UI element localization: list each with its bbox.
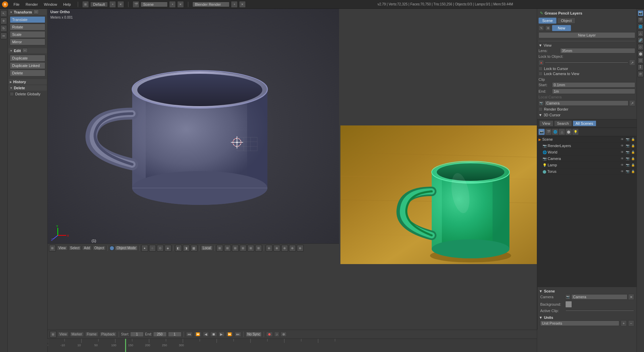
history-section-header[interactable]: ▶ History (8, 79, 47, 85)
grid-toggle-6[interactable]: ⊞ (255, 245, 262, 252)
viewport-3d[interactable]: User Ortho Meters x 0.001 (48, 9, 339, 252)
ri-texture[interactable]: ☷ (638, 57, 644, 64)
grid-toggle-4[interactable]: ⊞ (240, 245, 246, 252)
engine-close[interactable]: ✕ (239, 1, 246, 8)
tl-step-back[interactable]: ⏪ (194, 332, 201, 337)
layout-name[interactable]: Default (90, 2, 108, 7)
tl-view[interactable]: View (58, 332, 69, 337)
new-button[interactable]: New (552, 25, 571, 31)
tl-stop[interactable]: ⏹ (210, 332, 217, 337)
outliner-item-lamp[interactable]: 💡 Lamp 👁 📷 🔒 (541, 162, 637, 168)
tool-scale[interactable]: ⇔ (0, 32, 7, 39)
scene-icon-render[interactable]: 📷 (539, 129, 545, 135)
shading-mode-2[interactable]: ◨ (183, 245, 190, 252)
cursor-section-header[interactable]: ▼ 3D Cursor (539, 112, 635, 118)
scene-section-hdr[interactable]: ▼ Scene (539, 288, 636, 294)
unit-add[interactable]: + (621, 320, 627, 326)
rl-lock[interactable]: 🔒 (630, 143, 635, 148)
scene-item-eye[interactable]: 👁 (620, 137, 624, 142)
camera-value[interactable]: Camera (545, 100, 628, 106)
layout-add[interactable]: + (109, 1, 116, 8)
view-section-header[interactable]: ▼ View (539, 43, 635, 48)
btn-scale[interactable]: Scale (10, 31, 45, 38)
shading-toggle-1[interactable]: ⊙ (157, 245, 164, 252)
vp-object-menu[interactable]: Object (93, 245, 106, 251)
scene-add[interactable]: + (169, 1, 176, 8)
scene-name[interactable]: Scene (141, 2, 168, 7)
gp-pencil-icon[interactable]: ✎ (539, 25, 544, 31)
shading-solid[interactable]: ● (141, 245, 148, 252)
tl-marker[interactable]: Marker (70, 332, 84, 337)
ri-data[interactable]: ◇ (638, 44, 644, 50)
torus-eye[interactable]: 👁 (620, 169, 624, 174)
clip-start-value[interactable]: 0.1mm (552, 82, 635, 88)
timeline-area[interactable]: -50 -10 10 50 100 150 200 250 300 (48, 339, 537, 352)
outliner-item-torus[interactable]: ⬤ Torus 👁 📷 🔒 (541, 168, 637, 175)
delete-globally-checkbox[interactable] (10, 92, 14, 96)
scene-item-camera[interactable]: 📷 (625, 137, 630, 142)
layout-icon[interactable]: ⊞ (82, 1, 89, 8)
tl-extra[interactable]: ⊕ (281, 332, 287, 337)
space-selector[interactable]: Local (201, 245, 213, 251)
torus-cam[interactable]: 📷 (625, 169, 630, 174)
clip-section-header[interactable]: Clip (539, 77, 635, 82)
btn-delete[interactable]: Delete (10, 70, 45, 76)
btn-duplicate-linked[interactable]: Duplicate Linked (10, 62, 45, 69)
lock-camera-checkbox[interactable] (539, 72, 543, 76)
cam-cam[interactable]: 📷 (625, 156, 630, 161)
ri-object[interactable]: △ (638, 30, 644, 37)
world-lock[interactable]: 🔒 (630, 150, 635, 155)
engine-name[interactable]: Blender Render (192, 2, 230, 7)
tl-jump-end[interactable]: ⏭ (235, 332, 241, 337)
tl-jump-start[interactable]: ⏮ (186, 332, 193, 337)
grid-toggle-2[interactable]: ⊞ (224, 245, 231, 252)
shading-toggle-2[interactable]: ◈ (165, 245, 171, 252)
outliner-tab-search[interactable]: Search (554, 120, 572, 126)
ri-world[interactable]: 🌐 (638, 24, 644, 30)
gp-settings-icon[interactable]: ⚙ (545, 25, 551, 31)
ri-scene[interactable]: 🎬 (638, 17, 644, 23)
vp-add-menu[interactable]: Add (82, 245, 92, 251)
tl-playback[interactable]: Playback (100, 332, 117, 337)
tab-object[interactable]: Object (557, 18, 575, 24)
btn-mirror[interactable]: Mirror (10, 39, 45, 45)
menu-file[interactable]: File (11, 2, 22, 7)
world-cam[interactable]: 📷 (625, 150, 630, 155)
outliner-tab-view[interactable]: View (539, 120, 553, 126)
outliner-item-camera[interactable]: 📷 Camera 👁 📷 🔒 (541, 156, 637, 162)
world-eye[interactable]: 👁 (620, 150, 624, 155)
scene-item-lock[interactable]: 🔒 (630, 137, 635, 142)
lock-cursor-checkbox[interactable] (539, 67, 543, 71)
outliner-item-world[interactable]: 🌐 World 👁 📷 🔒 (541, 149, 637, 156)
cam-link[interactable]: ↗ (629, 100, 635, 106)
tl-start-value[interactable]: 1 (130, 332, 144, 337)
grid-toggle-1[interactable]: ⊞ (216, 245, 223, 252)
overlay-1[interactable]: ⊕ (266, 245, 272, 252)
edit-collapse[interactable]: − (22, 48, 28, 53)
btn-duplicate[interactable]: Duplicate (10, 55, 45, 62)
vp-view-menu[interactable]: View (57, 245, 68, 251)
mode-selector[interactable]: Object Mode (115, 245, 138, 251)
grid-toggle-3[interactable]: ⊞ (232, 245, 239, 252)
menu-window[interactable]: Window (41, 2, 60, 7)
tl-record[interactable]: ⏺ (266, 332, 273, 337)
ri-physics[interactable]: ⟳ (638, 71, 644, 77)
edit-section-header[interactable]: ▼ Edit − (8, 48, 47, 53)
scene-icon-world[interactable]: 🌐 (552, 129, 558, 135)
new-layer-button[interactable]: New Layer (539, 32, 635, 38)
outliner-item-scene[interactable]: ▶ Scene 👁 📷 🔒 (537, 136, 637, 143)
lamp-cam[interactable]: 📷 (625, 163, 630, 167)
ri-render[interactable]: 📷 (638, 10, 644, 16)
menu-render[interactable]: Render (23, 2, 41, 7)
layout-close[interactable]: ✕ (117, 1, 124, 8)
lamp-eye[interactable]: 👁 (620, 163, 624, 167)
camera-props-value[interactable]: Camera (571, 294, 627, 300)
overlay-2[interactable]: ⊕ (273, 245, 280, 252)
scene-icon-material[interactable]: ⬤ (566, 129, 572, 135)
vp-icon-left[interactable]: ⊞ (49, 245, 56, 252)
transform-collapse[interactable]: − (33, 9, 39, 14)
delete-section-header[interactable]: ▼ Delete (8, 85, 47, 91)
bg-icon[interactable] (565, 301, 572, 308)
shading-wire[interactable]: ○ (149, 245, 156, 252)
grid-toggle-5[interactable]: ⊞ (247, 245, 254, 252)
